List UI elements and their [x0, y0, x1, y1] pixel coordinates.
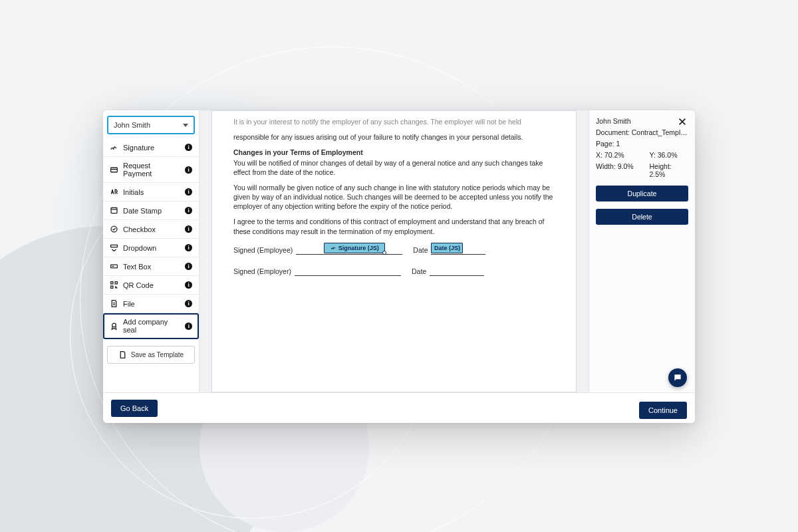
svg-rect-3 [111, 245, 118, 247]
template-icon [118, 350, 127, 359]
info-icon[interactable] [185, 207, 192, 214]
document-canvas[interactable]: It is in your interest to notify the emp… [200, 110, 589, 392]
field-label: Add company seal [123, 318, 180, 334]
signature-row-employee: Signed (Employee) Signature (JS) Date [233, 245, 555, 255]
field-qr-code[interactable]: QR Code [103, 276, 199, 295]
field-label: File [123, 300, 135, 308]
field-request-payment[interactable]: Request Payment [103, 157, 199, 183]
field-label: Initials [123, 188, 144, 196]
inspector-document: Document: Contract_Template.pd… [596, 128, 688, 136]
signature-row-employer: Signed (Employer) Date [233, 267, 555, 276]
doc-text: You will be notified of minor changes of… [233, 158, 555, 177]
svg-rect-7 [111, 286, 113, 288]
field-label: Request Payment [123, 162, 180, 178]
close-inspector-button[interactable] [678, 117, 687, 126]
svg-rect-1 [111, 207, 117, 213]
field-label: Checkbox [123, 225, 156, 233]
close-icon [678, 117, 687, 126]
field-file[interactable]: File [103, 295, 199, 313]
field-signature[interactable]: Signature [103, 138, 199, 157]
signer-dropdown-value: John Smith [114, 121, 150, 129]
info-icon[interactable] [185, 281, 192, 289]
doc-heading: Changes in your Terms of Employment [233, 148, 555, 157]
doc-text: responsible for any issues arising out o… [233, 132, 555, 142]
placed-signature-label: Signature (JS) [338, 244, 379, 252]
field-label: Dropdown [123, 244, 156, 252]
seal-icon [110, 322, 118, 331]
inspector-panel: John Smith Document: Contract_Template.p… [589, 110, 695, 392]
svg-rect-5 [111, 282, 113, 284]
duplicate-button[interactable]: Duplicate [596, 186, 688, 201]
dropdown-icon [110, 243, 118, 252]
info-icon[interactable] [185, 144, 192, 151]
field-list: Signature Request Payment Initials Date … [103, 138, 199, 339]
date-line-employer[interactable] [430, 267, 484, 276]
field-label: Date Stamp [123, 207, 162, 215]
field-label: Signature [123, 144, 154, 152]
date-line-employee[interactable]: Date (JS) [431, 245, 485, 255]
info-icon[interactable] [185, 300, 192, 307]
placed-date-field[interactable]: Date (JS) [431, 243, 463, 253]
signature-line-employee[interactable]: Signature (JS) [296, 245, 402, 255]
svg-rect-0 [111, 168, 118, 172]
payment-icon [110, 166, 118, 174]
checkbox-icon [110, 225, 118, 233]
signed-employee-label: Signed (Employee) [233, 245, 293, 255]
qrcode-icon [110, 281, 118, 289]
go-back-button[interactable]: Go Back [111, 400, 158, 417]
doc-text: I agree to the terms and conditions of t… [233, 217, 555, 235]
field-company-seal[interactable]: Add company seal [103, 313, 199, 339]
svg-rect-6 [115, 282, 117, 284]
field-label: Text Box [123, 263, 151, 271]
save-as-template-button[interactable]: Save as Template [107, 346, 195, 364]
field-date-stamp[interactable]: Date Stamp [103, 201, 199, 220]
chat-icon [673, 373, 682, 382]
delete-button[interactable]: Delete [596, 209, 688, 225]
signature-line-employer[interactable] [295, 267, 401, 276]
chevron-down-icon [183, 124, 188, 127]
inspector-page: Page: 1 [596, 140, 688, 148]
info-icon[interactable] [185, 188, 192, 196]
info-icon[interactable] [185, 323, 192, 330]
signature-icon [110, 143, 118, 152]
file-icon [110, 299, 118, 308]
textbox-icon [110, 262, 118, 271]
inspector-wh: Width: 9.0% Height: 2.5% [596, 162, 688, 178]
signed-employer-label: Signed (Employer) [233, 267, 291, 276]
sidebar: John Smith Signature Request Payment Ini… [103, 110, 200, 392]
info-icon[interactable] [185, 244, 192, 251]
info-icon[interactable] [185, 166, 192, 174]
date-label: Date [413, 245, 428, 255]
info-icon[interactable] [185, 225, 192, 233]
doc-text: You will normally be given notice of any… [233, 183, 555, 211]
field-label: QR Code [123, 281, 154, 289]
signer-dropdown[interactable]: John Smith [107, 116, 195, 134]
document-page[interactable]: It is in your interest to notify the emp… [211, 110, 577, 392]
footer-bar: Go Back Continue [103, 392, 695, 423]
info-icon[interactable] [185, 263, 192, 270]
chat-fab[interactable] [668, 368, 687, 387]
save-template-label: Save as Template [131, 351, 184, 358]
field-checkbox[interactable]: Checkbox [103, 220, 199, 239]
date-label: Date [412, 267, 426, 276]
svg-point-8 [112, 323, 116, 327]
field-initials[interactable]: Initials [103, 183, 199, 201]
initials-icon [110, 188, 118, 196]
field-text-box[interactable]: Text Box [103, 257, 199, 276]
field-dropdown[interactable]: Dropdown [103, 239, 199, 257]
app-window: John Smith Signature Request Payment Ini… [103, 110, 695, 423]
inspector-xy: X: 70.2% Y: 36.0% [596, 151, 688, 159]
doc-text-cutoff: It is in your interest to notify the emp… [233, 117, 555, 126]
resize-handle[interactable] [382, 251, 386, 255]
placed-date-label: Date (JS) [434, 244, 460, 252]
inspector-recipient: John Smith [596, 117, 688, 125]
calendar-icon [110, 206, 118, 215]
continue-button[interactable]: Continue [639, 402, 687, 419]
placed-signature-field[interactable]: Signature (JS) [324, 243, 385, 253]
